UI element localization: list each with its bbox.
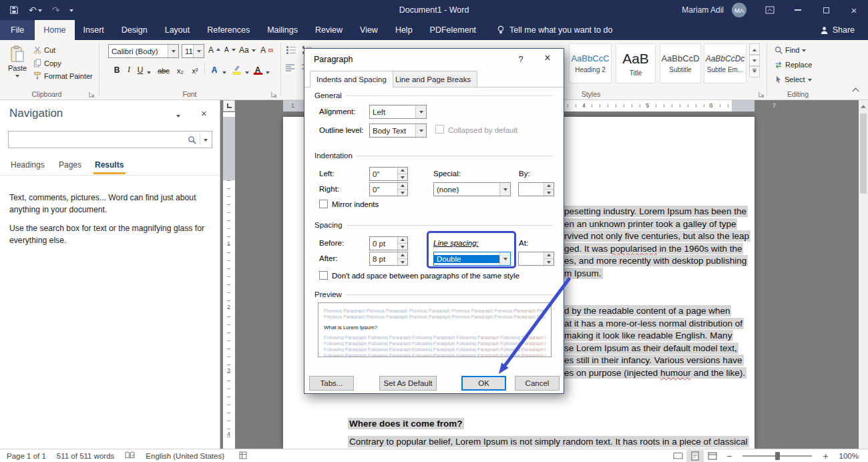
redo-button[interactable]: ↷ [52, 5, 60, 15]
spin-up-button[interactable] [398, 252, 407, 259]
navigation-options-chevron[interactable] [176, 115, 180, 120]
document-text-line[interactable]: m Ipsum. [563, 268, 603, 279]
text-effects-button[interactable]: A [208, 61, 220, 76]
document-heading[interactable]: Where does it come from? [348, 418, 464, 429]
clipboard-dialog-launcher[interactable] [89, 90, 95, 97]
spin-up-button[interactable] [398, 237, 407, 244]
change-case-button[interactable]: Aa [239, 45, 256, 55]
language-indicator[interactable]: English (United States) [140, 452, 230, 460]
chevron-down-icon[interactable] [193, 45, 204, 57]
word-count[interactable]: 511 of 511 words [51, 452, 120, 460]
document-text-line[interactable]: Contrary to popular belief, Lorem Ipsum … [348, 436, 749, 447]
style-heading2[interactable]: AaBbCcC Heading 2 [569, 43, 612, 83]
document-text-line[interactable]: se Lorem Ipsum as their default model te… [563, 342, 738, 354]
close-button[interactable]: × [840, 0, 868, 20]
tab-references[interactable]: References [198, 20, 258, 40]
chevron-down-icon[interactable] [168, 45, 178, 57]
styles-dialog-launcher[interactable] [758, 90, 765, 97]
clear-formatting-button[interactable]: A [260, 45, 273, 55]
search-icon[interactable] [188, 136, 196, 144]
proofing-status[interactable] [120, 451, 140, 461]
format-painter-button[interactable]: Format Painter [33, 71, 93, 80]
share-button[interactable]: Share [820, 20, 868, 40]
chevron-down-icon[interactable] [499, 252, 510, 265]
search-options-chevron[interactable] [204, 139, 208, 144]
bold-button[interactable]: B [111, 61, 123, 76]
indent-right-spinner[interactable]: 0" [369, 182, 408, 196]
spin-up-button[interactable] [398, 168, 407, 174]
set-as-default-button[interactable]: Set As Default [379, 376, 437, 391]
tab-insert[interactable]: Insert [75, 20, 113, 40]
by-spinner[interactable] [518, 182, 554, 196]
undo-button[interactable]: ↶ [29, 5, 42, 15]
highlight-button[interactable] [230, 61, 243, 76]
spin-up-button[interactable] [398, 183, 407, 190]
read-mode-button[interactable] [669, 450, 686, 462]
tab-file[interactable]: File [0, 20, 35, 40]
customize-qat-button[interactable] [69, 8, 73, 13]
collapse-ribbon-button[interactable] [853, 86, 858, 95]
find-button[interactable]: Find [775, 46, 806, 54]
tabs-button[interactable]: Tabs... [309, 376, 354, 391]
alignment-select[interactable]: Left [369, 105, 427, 119]
italic-button[interactable]: I [124, 61, 134, 76]
document-text-line[interactable]: d by the readable content of a page when [563, 305, 731, 316]
font-color-options[interactable] [264, 61, 271, 76]
text-effects-options[interactable] [221, 61, 228, 76]
tab-pdfelement[interactable]: PDFelement [421, 20, 485, 40]
ok-button[interactable]: OK [461, 376, 506, 391]
nav-tab-pages[interactable]: Pages [59, 160, 81, 170]
document-text-line[interactable]: at it has a more-or-less normal distribu… [563, 318, 744, 329]
zoom-slider-thumb[interactable] [775, 452, 780, 460]
scrollbar-thumb[interactable] [860, 113, 867, 194]
spin-down-button[interactable] [398, 174, 407, 180]
chevron-down-icon[interactable] [415, 124, 426, 137]
style-subtle-emphasis[interactable]: AaBbCcDc Subtle Em... [704, 43, 746, 83]
page-indicator[interactable]: Page 1 of 1 [0, 452, 51, 460]
align-left-button[interactable] [286, 64, 295, 72]
at-spinner[interactable] [518, 252, 554, 266]
style-title[interactable]: AaB Title [616, 43, 656, 83]
tab-mailings[interactable]: Mailings [258, 20, 306, 40]
tell-me-box[interactable]: Tell me what you want to do [497, 20, 612, 40]
styles-gallery-expand-button[interactable] [749, 66, 760, 77]
document-text-line[interactable]: making it look like readable English. Ma… [563, 330, 733, 341]
underline-options-button[interactable] [146, 61, 152, 76]
spin-down-button[interactable] [398, 190, 407, 196]
horizontal-ruler-right-margin[interactable] [732, 100, 754, 111]
dialog-help-button[interactable]: ? [514, 54, 527, 64]
vertical-ruler[interactable] [223, 112, 235, 449]
minimize-button[interactable] [784, 0, 812, 20]
tab-view[interactable]: View [351, 20, 387, 40]
spin-down-button[interactable] [398, 244, 407, 250]
cancel-button[interactable]: Cancel [515, 376, 560, 391]
print-layout-button[interactable] [686, 450, 704, 462]
chevron-down-icon[interactable] [415, 105, 426, 118]
spin-down-button[interactable] [544, 190, 554, 196]
replace-button[interactable]: Replace [775, 61, 812, 69]
cut-button[interactable]: Cut [33, 46, 55, 54]
tab-home[interactable]: Home [35, 20, 74, 40]
scroll-up-arrow[interactable] [861, 102, 866, 108]
chevron-down-icon[interactable] [499, 183, 510, 196]
dialog-close-button[interactable]: × [539, 52, 556, 64]
spin-up-button[interactable] [544, 183, 554, 190]
mirror-indents-checkbox[interactable] [319, 200, 328, 208]
dialog-tab-line-page-breaks[interactable]: Line and Page Breaks [389, 71, 477, 87]
zoom-in-button[interactable]: + [817, 451, 833, 461]
font-size-select[interactable]: 11 [182, 44, 204, 58]
user-name[interactable]: Mariam Adil [674, 5, 732, 15]
document-text-line[interactable]: es on purpose (injected humour and the l… [563, 367, 746, 379]
document-text-line[interactable]: es still in their infancy. Various versi… [563, 355, 744, 366]
line-spacing-select[interactable]: Double [433, 252, 511, 266]
tab-help[interactable]: Help [387, 20, 421, 40]
spin-up-button[interactable] [544, 252, 554, 259]
tab-review[interactable]: Review [306, 20, 351, 40]
document-text-line[interactable]: en an unknown printer took a galley of t… [563, 218, 737, 230]
style-subtitle[interactable]: AaBbCcD Subtitle [660, 43, 701, 83]
underline-button[interactable]: U [135, 61, 146, 76]
special-select[interactable]: (none) [433, 182, 511, 196]
bullets-button[interactable] [286, 45, 296, 55]
tab-design[interactable]: Design [113, 20, 156, 40]
highlight-options[interactable] [244, 61, 250, 76]
